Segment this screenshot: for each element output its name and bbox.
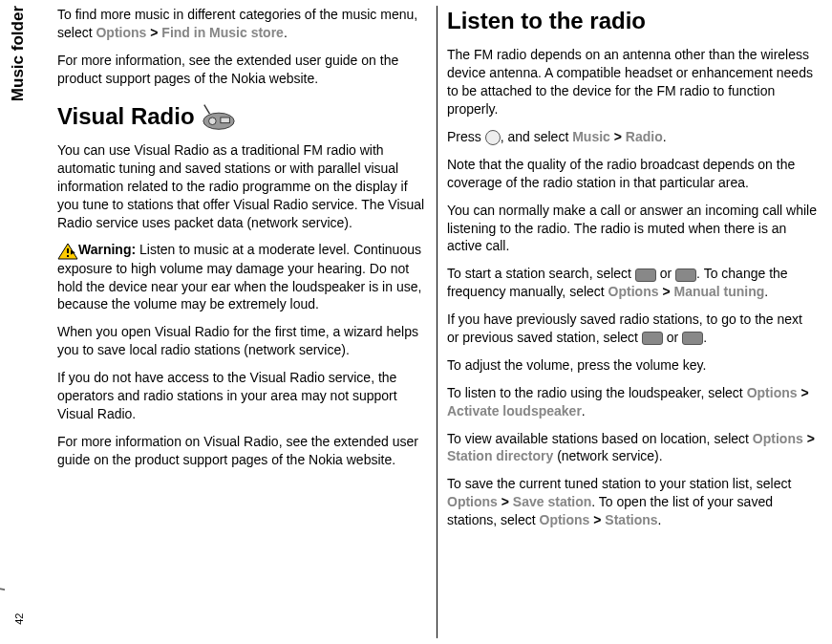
- radio-paragraph-5: To start a station search, select or . T…: [447, 265, 817, 301]
- menu-options: Options: [96, 25, 146, 40]
- search-down-icon: [675, 268, 696, 282]
- warning-label: Warning:: [78, 242, 139, 257]
- radio-paragraph-6: If you have previously saved radio stati…: [447, 311, 817, 347]
- text: .: [663, 129, 667, 144]
- text: To listen to the radio using the loudspe…: [447, 385, 747, 400]
- radio-paragraph-1: The FM radio depends on an antenna other…: [447, 46, 817, 118]
- text: .: [582, 403, 586, 419]
- left-column: To find more music in different categori…: [50, 6, 435, 638]
- heading-text: Visual Radio: [57, 101, 195, 132]
- column-divider: [437, 6, 437, 638]
- svg-point-2: [208, 118, 216, 125]
- menu-options: Options: [447, 494, 498, 509]
- text: If you have previously saved radio stati…: [447, 311, 802, 345]
- prev-station-icon: [682, 332, 703, 345]
- warning-icon: [57, 243, 78, 260]
- radio-paragraph-7: To adjust the volume, press the volume k…: [447, 356, 817, 375]
- vr-paragraph-4: For more information on Visual Radio, se…: [57, 433, 427, 469]
- menu-radio: Radio: [626, 129, 663, 144]
- menu-options: Options: [608, 284, 659, 299]
- menu-music: Music: [572, 129, 610, 144]
- manual-page: Music folder Draft 42 To find more music…: [0, 0, 832, 644]
- section-label: Music folder: [8, 6, 30, 101]
- search-up-icon: [635, 268, 656, 282]
- menu-separator: >: [589, 512, 605, 527]
- radio-paragraph-4: You can normally make a call or answer a…: [447, 202, 817, 256]
- svg-line-1: [203, 104, 209, 114]
- radio-paragraph-2: Press , and select Music > Radio.: [447, 128, 817, 146]
- menu-key-icon: [485, 130, 501, 145]
- text: Press: [447, 129, 485, 144]
- menu-options: Options: [540, 512, 590, 527]
- listen-radio-heading: Listen to the radio: [447, 6, 817, 36]
- text: .: [284, 25, 288, 40]
- menu-find-music-store: Find in Music store: [161, 25, 284, 40]
- menu-separator: >: [146, 25, 161, 40]
- vr-paragraph-2: When you open Visual Radio for the first…: [57, 323, 427, 359]
- radio-paragraph-8: To listen to the radio using the loudspe…: [447, 384, 817, 420]
- intro-paragraph-1: To find more music in different categori…: [57, 6, 427, 42]
- menu-manual-tuning: Manual tuning: [673, 284, 764, 299]
- menu-separator: >: [803, 431, 815, 446]
- menu-separator: >: [659, 284, 674, 299]
- menu-activate-loudspeaker: Activate loudspeaker: [447, 403, 582, 419]
- sidebar: Music folder Draft 42: [0, 6, 50, 638]
- text: .: [658, 512, 662, 527]
- menu-save-station: Save station: [513, 494, 591, 509]
- menu-options: Options: [753, 431, 803, 446]
- text: or: [656, 266, 675, 281]
- text: , and select: [501, 129, 573, 144]
- text: To save the current tuned station to you…: [447, 476, 791, 491]
- menu-separator: >: [798, 385, 809, 400]
- menu-options: Options: [747, 385, 798, 400]
- visual-radio-heading: Visual Radio: [57, 101, 427, 132]
- vr-paragraph-3: If you do not have access to the Visual …: [57, 369, 427, 423]
- svg-rect-6: [67, 255, 69, 257]
- next-station-icon: [642, 332, 663, 345]
- menu-separator: >: [498, 494, 513, 509]
- svg-rect-3: [221, 118, 230, 123]
- text: .: [703, 330, 707, 345]
- intro-paragraph-2: For more information, see the extended u…: [57, 52, 427, 88]
- text: (network service).: [553, 448, 662, 463]
- right-column: Listen to the radio The FM radio depends…: [439, 6, 824, 638]
- radio-icon: [201, 102, 237, 131]
- radio-paragraph-3: Note that the quality of the radio broad…: [447, 156, 817, 192]
- menu-station-directory: Station directory: [447, 448, 553, 463]
- text: To start a station search, select: [447, 266, 635, 281]
- text: To view available stations based on loca…: [447, 431, 753, 446]
- page-number: 42: [12, 613, 27, 625]
- text: .: [764, 284, 768, 299]
- svg-rect-5: [67, 248, 69, 253]
- draft-watermark: Draft: [0, 579, 8, 625]
- radio-paragraph-10: To save the current tuned station to you…: [447, 475, 817, 529]
- warning-paragraph: Warning: Listen to music at a moderate l…: [57, 241, 427, 313]
- menu-stations: Stations: [605, 512, 657, 527]
- menu-separator: >: [610, 129, 626, 144]
- vr-paragraph-1: You can use Visual Radio as a traditiona…: [57, 141, 427, 231]
- radio-paragraph-9: To view available stations based on loca…: [447, 430, 817, 466]
- content-columns: To find more music in different categori…: [50, 6, 824, 638]
- text: or: [663, 330, 682, 345]
